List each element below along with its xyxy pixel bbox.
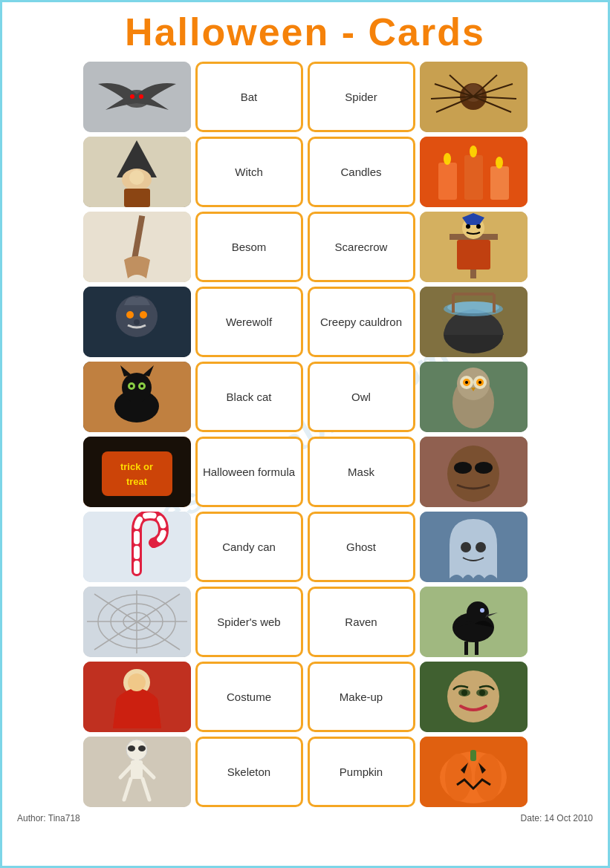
label-cell-costume: Costume: [195, 662, 303, 732]
svg-point-106: [128, 745, 135, 751]
image-cell-creepy-cauldron: [420, 287, 528, 357]
svg-rect-21: [438, 163, 457, 200]
label-cell-candy-can: Candy can: [195, 512, 303, 582]
date-label: Date: 14 Oct 2010: [521, 813, 593, 823]
cards-grid: BatSpider WitchCandles: [13, 62, 597, 807]
svg-rect-69: [102, 451, 172, 496]
label-cell-owl: Owl: [308, 362, 415, 432]
footer: Author: Tina718 Date: 14 Oct 2010: [13, 813, 597, 823]
svg-point-40: [140, 311, 147, 319]
svg-rect-33: [457, 240, 490, 270]
image-cell-mask: [420, 437, 528, 507]
svg-point-99: [447, 670, 499, 722]
svg-point-25: [470, 146, 477, 157]
label-cell-halloween-formula: Halloween formula: [195, 437, 303, 507]
image-cell-ghost: [420, 512, 528, 582]
image-cell-candy-can: [83, 512, 191, 582]
svg-rect-23: [490, 166, 509, 200]
label-cell-bat: Bat: [195, 62, 303, 132]
label-cell-make-up: Make-up: [308, 662, 415, 732]
label-cell-witch: Witch: [195, 137, 303, 207]
svg-point-26: [496, 157, 503, 169]
label-cell-skeleton: Skeleton: [195, 737, 303, 807]
svg-point-107: [138, 745, 146, 751]
image-cell-raven: [420, 587, 528, 657]
svg-point-65: [465, 381, 468, 384]
svg-point-57: [140, 385, 143, 388]
label-cell-spider: Spider: [308, 62, 415, 132]
svg-point-2: [130, 94, 134, 99]
label-cell-scarecrow: Scarecrow: [308, 212, 415, 282]
svg-point-39: [126, 311, 134, 319]
svg-rect-93: [464, 642, 468, 655]
svg-point-35: [466, 224, 470, 229]
svg-point-19: [129, 170, 144, 185]
label-cell-werewolf: Werewolf: [195, 287, 303, 357]
svg-point-116: [475, 754, 502, 801]
svg-point-66: [478, 381, 481, 384]
svg-point-36: [476, 224, 481, 229]
image-cell-werewolf: [83, 287, 191, 357]
svg-rect-94: [475, 642, 478, 655]
svg-point-24: [444, 153, 451, 165]
svg-point-75: [475, 462, 493, 474]
svg-rect-22: [464, 155, 483, 200]
label-cell-raven: Raven: [308, 587, 415, 657]
image-cell-halloween-formula: trick or treat: [83, 437, 191, 507]
svg-point-51: [122, 373, 152, 402]
svg-point-90: [467, 601, 489, 624]
image-cell-witch: [83, 137, 191, 207]
svg-point-78: [461, 542, 471, 552]
image-cell-spider's-web: [83, 587, 191, 657]
svg-point-97: [128, 673, 146, 691]
image-cell-costume: [83, 662, 191, 732]
svg-rect-18: [124, 189, 150, 207]
label-cell-ghost: Ghost: [308, 512, 415, 582]
author-label: Author: Tina718: [17, 813, 80, 823]
svg-rect-117: [470, 750, 476, 761]
svg-point-79: [476, 542, 486, 552]
svg-point-91: [480, 608, 484, 613]
image-cell-owl: [420, 362, 528, 432]
svg-point-102: [461, 690, 467, 696]
svg-point-41: [134, 319, 140, 325]
svg-text:trick or: trick or: [120, 461, 152, 472]
label-cell-black-cat: Black cat: [195, 362, 303, 432]
image-cell-besom: [83, 212, 191, 282]
svg-point-115: [445, 754, 472, 801]
svg-point-73: [447, 446, 499, 502]
image-cell-scarecrow: [420, 212, 528, 282]
image-cell-spider: [420, 62, 528, 132]
page: Halloween - Cards eslprintables.com BatS…: [0, 0, 610, 868]
image-cell-skeleton: [83, 737, 191, 807]
label-cell-spider's-web: Spider's web: [195, 587, 303, 657]
image-cell-pumpkin: [420, 737, 528, 807]
label-cell-besom: Besom: [195, 212, 303, 282]
image-cell-candles: [420, 137, 528, 207]
label-cell-pumpkin: Pumpkin: [308, 737, 415, 807]
label-cell-creepy-cauldron: Creepy cauldron: [308, 287, 415, 357]
svg-text:treat: treat: [126, 476, 147, 487]
svg-point-103: [479, 690, 485, 696]
page-title: Halloween - Cards: [13, 10, 597, 54]
image-cell-make-up: [420, 662, 528, 732]
label-cell-candles: Candles: [308, 137, 415, 207]
svg-point-3: [139, 94, 143, 99]
svg-point-74: [454, 462, 472, 474]
label-cell-mask: Mask: [308, 437, 415, 507]
svg-point-56: [130, 385, 133, 388]
svg-point-45: [447, 301, 499, 313]
image-cell-black-cat: [83, 362, 191, 432]
image-cell-bat: [83, 62, 191, 132]
